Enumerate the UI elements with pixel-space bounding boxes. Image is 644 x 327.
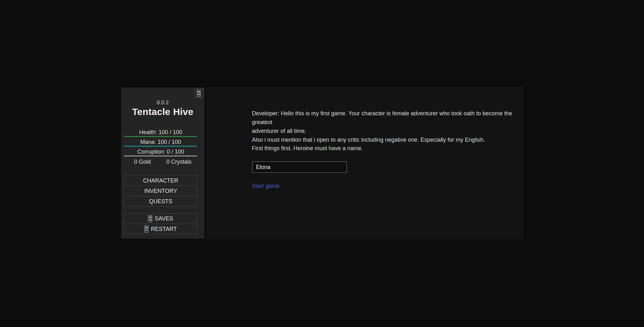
saves-icon: EB 2B (148, 215, 152, 222)
restart-button[interactable]: EB 2C RESTART (124, 224, 197, 234)
system-menu: EB 2B SAVES EB 2C RESTART (124, 213, 197, 234)
health-bar (124, 136, 197, 137)
start-game-link[interactable]: Start game (252, 182, 280, 190)
health-stat: Health: 100 / 100 (124, 129, 197, 137)
developer-note: Developer: Hello this is my first game. … (252, 109, 523, 144)
sidebar-toggle-button[interactable]: EB 1D (194, 88, 203, 98)
inventory-button[interactable]: INVENTORY (124, 186, 197, 196)
developer-note-line: Also i must mention that i open to any c… (252, 135, 523, 144)
ui-sidebar: EB 1D 0.0.2 Tentacle Hive Health: 100 / … (121, 88, 204, 239)
corruption-bar (124, 155, 197, 156)
game-page: { "colors": { "page_bg": "#0c0c0c", "pas… (0, 0, 644, 327)
currency-row: 0 Gold 0 Crystals (124, 158, 197, 165)
name-prompt: First things first. Heroine must have a … (252, 144, 363, 153)
passage-area: Developer: Hello this is my first game. … (206, 87, 523, 239)
heroine-name-input[interactable] (252, 161, 347, 173)
mana-bar (124, 146, 197, 147)
quests-button[interactable]: QUESTS (124, 196, 197, 207)
restart-icon: EB 2C (145, 226, 148, 232)
main-menu: CHARACTER INVENTORY QUESTS (124, 175, 197, 207)
saves-button[interactable]: EB 2B SAVES (124, 213, 197, 224)
sidebar-toggle-icon: EB 1D (197, 90, 201, 97)
game-title: Tentacle Hive (121, 106, 204, 117)
stats-panel: Health: 100 / 100 Mana: 100 / 100 Corrup… (124, 129, 197, 158)
corruption-label: Corruption: 0 / 100 (124, 148, 197, 155)
developer-note-line: adventurer of all time. (252, 127, 523, 135)
mana-stat: Mana: 100 / 100 (124, 139, 197, 147)
character-button[interactable]: CHARACTER (124, 175, 197, 186)
developer-note-line: Developer: Hello this is my first game. … (252, 109, 523, 127)
mana-label: Mana: 100 / 100 (124, 139, 197, 145)
corruption-stat: Corruption: 0 / 100 (124, 148, 197, 156)
game-version: 0.0.2 (121, 100, 204, 106)
health-label: Health: 100 / 100 (124, 129, 197, 136)
crystals-amount: 0 Crystals (161, 158, 197, 165)
gold-amount: 0 Gold (124, 158, 161, 165)
